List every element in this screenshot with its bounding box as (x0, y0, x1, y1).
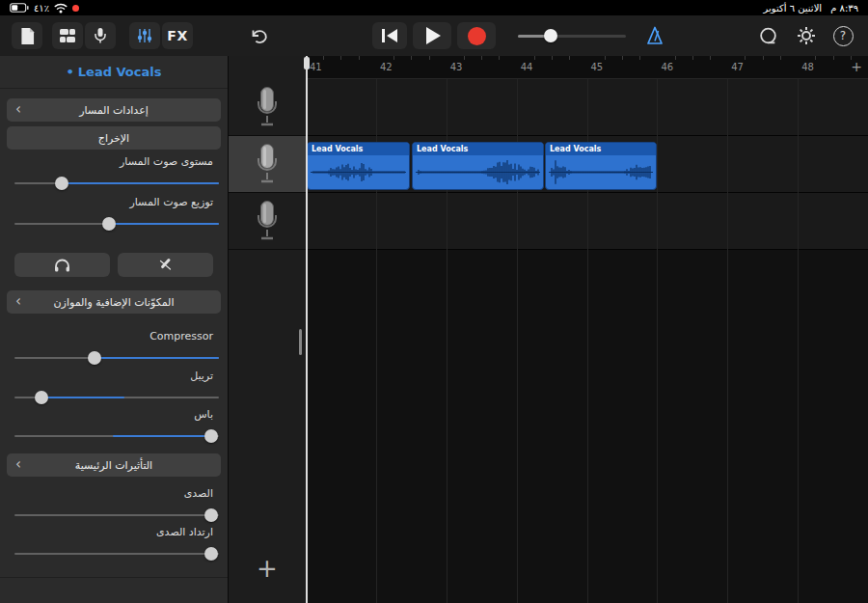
track-header-2-selected[interactable] (229, 136, 306, 193)
undo-icon (249, 27, 268, 44)
treble-slider[interactable] (14, 390, 219, 405)
studio-microphone-icon (255, 86, 280, 128)
ruler-tick (499, 56, 500, 60)
tracks-view-button[interactable] (52, 22, 83, 49)
scroll-indicator (299, 329, 302, 355)
compressor-label: Compressor (0, 329, 228, 344)
recording-indicator-dot (72, 5, 79, 12)
treble-label: تريبل (0, 369, 228, 384)
effects-bypass-button[interactable] (118, 253, 213, 277)
panel-title: • Lead Vocals (0, 56, 228, 89)
file-button[interactable] (12, 22, 42, 49)
panel-divider (0, 577, 228, 578)
undo-button[interactable] (243, 22, 274, 49)
status-bar: ٤١٪ ٨:٣٩ م الاثنين ٦ أكتوبر (0, 0, 868, 15)
ruler-tick (429, 56, 430, 60)
record-button[interactable] (457, 22, 496, 49)
slider-thumb[interactable] (204, 547, 218, 561)
bass-group: باس (0, 407, 228, 444)
help-button[interactable]: ? (827, 22, 858, 49)
track-pan-slider[interactable] (14, 216, 219, 232)
slider-thumb[interactable] (204, 508, 218, 522)
loop-browser-button[interactable] (752, 22, 783, 49)
loop-icon (758, 26, 778, 46)
audio-region[interactable]: Lead Vocals (545, 142, 657, 190)
headphones-monitor-button[interactable] (14, 253, 110, 277)
timeline: + 4142434445464748 Lead VocalsLead Vocal… (306, 56, 868, 603)
output-buttons-row (14, 253, 213, 277)
status-date: الاثنين ٦ أكتوبر (763, 3, 822, 14)
region-label: Lead Vocals (546, 143, 656, 155)
echo-slider[interactable] (14, 507, 219, 523)
timeline-grid[interactable]: Lead VocalsLead VocalsLead Vocals (306, 79, 868, 603)
ruler-tick (692, 56, 693, 60)
instrument-view-button[interactable] (85, 22, 116, 49)
bass-label: باس (0, 407, 228, 423)
metronome-icon (645, 26, 665, 45)
section-label: المكوّنات الإضافية والموازن (54, 296, 175, 309)
compressor-group: Compressor (0, 329, 228, 366)
region-waveform (546, 155, 656, 189)
track-volume-slider[interactable] (14, 176, 219, 191)
ruler-tick (639, 56, 640, 60)
track-header-1[interactable] (229, 79, 306, 136)
fx-button[interactable]: FX (162, 22, 193, 49)
playhead[interactable] (306, 56, 308, 603)
battery-icon (10, 3, 29, 13)
slider-thumb[interactable] (102, 217, 116, 231)
metronome-button[interactable] (637, 22, 672, 49)
ruler-tick (622, 56, 623, 60)
slider-thumb[interactable] (55, 177, 68, 190)
slider-thumb[interactable] (204, 429, 218, 443)
grid-line (727, 79, 728, 603)
master-volume-slider[interactable] (518, 29, 626, 42)
ruler-tick (464, 56, 465, 60)
section-label: الإخراج (98, 132, 129, 145)
track-pan-label: توزيع صوت المسار (0, 195, 228, 210)
track-controls-button[interactable] (129, 22, 160, 49)
add-bars-button[interactable]: + (851, 59, 862, 74)
slider-thumb[interactable] (35, 391, 48, 404)
slider-fill (95, 357, 219, 359)
echo-label: الصدى (0, 486, 228, 502)
play-button[interactable] (413, 22, 451, 49)
fx-label: FX (167, 28, 187, 43)
ruler-tick (763, 56, 764, 60)
bass-slider[interactable] (14, 428, 219, 444)
ruler-mark: 43 (450, 62, 463, 72)
headphones-icon (54, 259, 70, 272)
slider-thumb[interactable] (544, 29, 557, 42)
mixer-sliders-icon (137, 28, 152, 43)
slider-thumb[interactable] (88, 351, 101, 365)
audio-region[interactable]: Lead Vocals (307, 142, 410, 190)
section-label: إعدادات المسار (79, 104, 149, 117)
playhead-handle[interactable] (304, 57, 310, 69)
master-effects-section-bar[interactable]: ‹ التأثيرات الرئيسية (7, 453, 221, 477)
slider-fill (113, 435, 211, 437)
settings-button[interactable] (791, 22, 822, 49)
plugins-eq-section-bar[interactable]: ‹ المكوّنات الإضافية والموازن (7, 290, 221, 314)
reverb-slider[interactable] (14, 546, 219, 562)
ruler-mark: 44 (521, 62, 533, 72)
track-name: Lead Vocals (78, 65, 162, 79)
slider-track (14, 514, 219, 516)
ruler[interactable]: + 4142434445464748 (306, 56, 868, 79)
compressor-slider[interactable] (14, 350, 219, 366)
grid-line (657, 79, 658, 603)
audio-region[interactable]: Lead Vocals (412, 142, 544, 190)
region-waveform (308, 155, 409, 189)
add-track-button[interactable]: + (229, 556, 306, 581)
ruler-tick (710, 56, 711, 60)
help-label: ? (840, 29, 846, 42)
status-time: ٨:٣٩ م (830, 3, 858, 14)
treble-group: تريبل (0, 369, 228, 405)
ruler-tick (780, 56, 781, 60)
output-section-bar[interactable]: الإخراج (7, 126, 221, 150)
track-header-3[interactable] (229, 193, 306, 250)
play-icon (426, 27, 441, 44)
track-color-dot: • (67, 65, 74, 79)
region-label: Lead Vocals (308, 143, 409, 155)
rewind-button[interactable] (372, 22, 407, 49)
studio-microphone-icon (255, 200, 280, 242)
track-settings-section-bar[interactable]: ‹ إعدادات المسار (7, 98, 221, 122)
